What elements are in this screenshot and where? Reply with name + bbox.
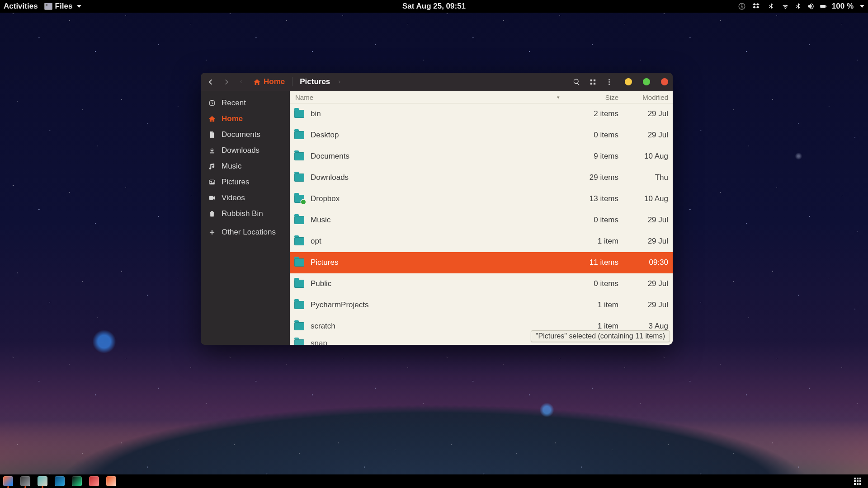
file-row[interactable]: Pictures11 items09:30 — [290, 252, 673, 273]
breadcrumb-home[interactable]: Home — [250, 76, 288, 88]
svg-rect-14 — [209, 196, 213, 200]
sidebar-item-label: Recent — [222, 99, 246, 108]
dock-vscode[interactable] — [54, 476, 65, 487]
breadcrumb-current[interactable]: Pictures — [297, 76, 333, 88]
file-modified: 29 Jul — [618, 279, 668, 288]
sidebar-item-pictures[interactable]: Pictures — [201, 174, 290, 190]
sidebar-item-label: Videos — [222, 193, 245, 202]
sidebar-item-music[interactable]: Music — [201, 158, 290, 174]
bluetooth-indicator[interactable] — [767, 2, 775, 10]
show-apps-button[interactable] — [853, 476, 863, 486]
svg-point-10 — [609, 84, 610, 85]
svg-point-8 — [609, 79, 610, 80]
file-size: 13 items — [560, 194, 618, 203]
pycharm-icon — [72, 476, 82, 486]
file-list-pane: Name ▾ Size Modified bin2 items29 JulDes… — [290, 91, 673, 345]
dropbox-indicator[interactable] — [752, 2, 760, 10]
file-row[interactable]: Desktop0 items29 Jul — [290, 125, 673, 146]
svg-point-13 — [211, 181, 212, 182]
window-close-button[interactable] — [661, 78, 668, 85]
vscode-icon — [55, 476, 65, 486]
bluetooth-icon — [767, 2, 775, 10]
file-name: Downloads — [311, 173, 560, 182]
running-indicator — [7, 486, 9, 488]
clock[interactable]: Sat Aug 25, 09:51 — [402, 2, 466, 11]
places-sidebar: RecentHomeDocumentsDownloadsMusicPicture… — [201, 91, 290, 345]
accessibility-indicator[interactable] — [738, 2, 746, 10]
dock-files[interactable] — [37, 476, 48, 487]
column-modified[interactable]: Modified — [618, 94, 668, 101]
file-name: Desktop — [311, 131, 560, 140]
window-minimize-button[interactable] — [625, 78, 632, 85]
dock-rubymine[interactable] — [89, 476, 99, 487]
file-name: Pictures — [311, 258, 560, 267]
arrow-right-icon — [223, 78, 231, 86]
selection-status-label: "Pictures" selected (containing 11 items… — [536, 332, 665, 340]
svg-rect-4 — [590, 79, 592, 81]
app-menu-label: Files — [55, 2, 73, 11]
search-icon — [573, 78, 580, 86]
trash-icon — [208, 210, 216, 217]
column-size-label: Size — [605, 94, 618, 101]
window-maximize-button[interactable] — [643, 78, 650, 85]
app-menu[interactable]: Files — [44, 2, 82, 11]
file-row[interactable]: Downloads29 itemsThu — [290, 167, 673, 188]
sidebar-item-other-locations[interactable]: Other Locations — [201, 224, 290, 240]
clock-label: Sat Aug 25, 09:51 — [402, 2, 466, 10]
file-row[interactable]: Public0 items29 Jul — [290, 273, 673, 295]
file-row[interactable]: PycharmProjects1 item29 Jul — [290, 295, 673, 316]
files-app-icon — [44, 3, 52, 10]
hamburger-menu-button[interactable] — [604, 77, 614, 87]
accessibility-icon — [738, 2, 746, 10]
column-name[interactable]: Name ▾ — [294, 94, 560, 101]
svg-rect-5 — [593, 79, 595, 81]
activities-button[interactable]: Activities — [4, 2, 38, 11]
chevron-down-icon — [860, 5, 864, 8]
software-icon — [106, 476, 116, 486]
path-history-button[interactable] — [238, 77, 244, 87]
file-name: Music — [311, 216, 560, 225]
column-size[interactable]: Size — [560, 94, 618, 101]
file-size: 1 item — [560, 300, 618, 310]
file-size: 1 item — [560, 322, 618, 331]
file-modified: 29 Jul — [618, 131, 668, 140]
file-row[interactable]: Music0 items29 Jul — [290, 210, 673, 231]
sidebar-item-videos[interactable]: Videos — [201, 190, 290, 206]
file-modified: 10 Aug — [618, 194, 668, 203]
search-button[interactable] — [571, 77, 581, 87]
file-modified: Thu — [618, 173, 668, 182]
chevron-down-icon — [77, 5, 81, 8]
clock-icon — [208, 99, 216, 107]
system-status-area[interactable]: 100 % — [781, 2, 864, 11]
file-modified: 10 Aug — [618, 152, 668, 161]
sidebar-item-documents[interactable]: Documents — [201, 127, 290, 142]
sidebar-item-label: Downloads — [222, 146, 259, 155]
back-button[interactable] — [205, 77, 215, 87]
file-row[interactable]: opt1 item29 Jul — [290, 231, 673, 252]
folder-icon — [294, 152, 304, 160]
arrow-left-icon — [207, 78, 214, 86]
sidebar-item-home[interactable]: Home — [201, 111, 290, 127]
files-icon — [38, 476, 47, 486]
dock-firefox[interactable] — [3, 476, 14, 487]
dock-pycharm[interactable] — [71, 476, 82, 487]
video-icon — [208, 194, 216, 202]
file-row[interactable]: bin2 items29 Jul — [290, 103, 673, 125]
folder-icon — [294, 339, 304, 345]
dock-software[interactable] — [106, 476, 117, 487]
dock-system-monitor[interactable] — [20, 476, 31, 487]
battery-icon — [819, 2, 827, 10]
forward-button[interactable] — [222, 77, 231, 87]
file-size: 0 items — [560, 216, 618, 225]
file-name: bin — [311, 109, 560, 118]
sidebar-item-rubbish-bin[interactable]: Rubbish Bin — [201, 206, 290, 221]
file-row[interactable]: Documents9 items10 Aug — [290, 146, 673, 167]
folder-icon — [294, 258, 304, 267]
sidebar-item-recent[interactable]: Recent — [201, 95, 290, 111]
file-row[interactable]: Dropbox13 items10 Aug — [290, 188, 673, 210]
sidebar-item-downloads[interactable]: Downloads — [201, 142, 290, 158]
file-size: 9 items — [560, 152, 618, 161]
view-toggle-button[interactable] — [588, 77, 598, 87]
folder-icon — [294, 216, 304, 224]
folder-icon — [294, 237, 304, 245]
